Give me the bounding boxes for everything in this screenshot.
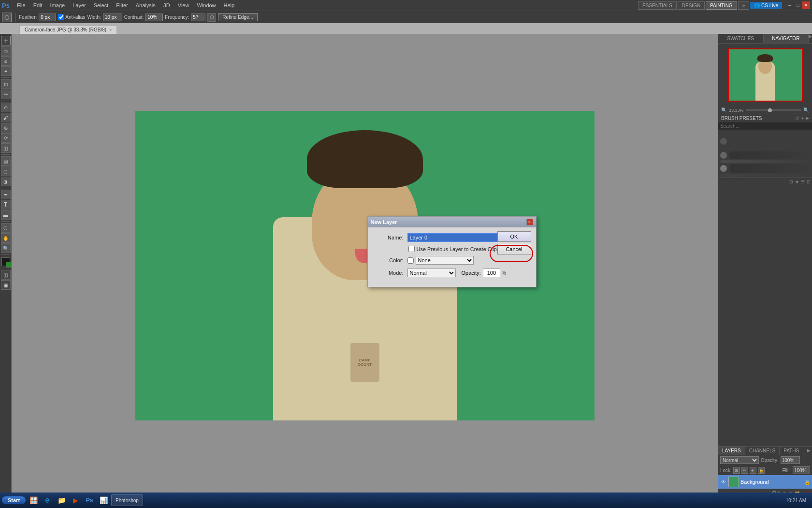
tool-move[interactable]: ✛ [1, 36, 11, 45]
taskbar-icon-ie[interactable]: e [43, 495, 52, 505]
frequency-input[interactable] [191, 14, 205, 21]
contrast-input[interactable] [145, 14, 163, 21]
tool-brush[interactable]: 🖌 [1, 113, 11, 122]
brush-icon-4[interactable]: ⊟ [807, 179, 811, 184]
refine-edge-button[interactable]: Refine Edge... [218, 13, 257, 21]
taskbar-icon-windows[interactable]: 🪟 [29, 495, 38, 505]
tool-marquee[interactable]: ▭ [1, 46, 11, 56]
taskbar-icon-folder[interactable]: 📁 [57, 495, 66, 505]
tool-history[interactable]: ⟳ [1, 133, 11, 143]
brush-item-2[interactable] [720, 138, 810, 145]
tool-quickmask[interactable]: ◫ [1, 270, 11, 280]
cs-live-button[interactable]: 🌐 CS Live [750, 2, 782, 9]
tool-text[interactable]: T [1, 200, 11, 209]
menu-image[interactable]: Image [47, 1, 69, 9]
menu-edit[interactable]: Edit [30, 1, 46, 9]
opacity-input[interactable] [483, 269, 500, 277]
panel-expand-icon[interactable]: ▶ [809, 34, 812, 43]
antialias-checkbox[interactable] [58, 14, 64, 20]
taskbar-icon-app[interactable]: 📊 [99, 495, 108, 505]
tool-zoom[interactable]: 🔍 [1, 243, 11, 253]
tool-pen[interactable]: ✒ [1, 190, 11, 199]
menu-file[interactable]: File [14, 1, 29, 9]
tool-magic-wand[interactable]: ✦ [1, 66, 11, 76]
minimize-button[interactable]: ─ [786, 1, 794, 9]
tool-blur[interactable]: ◌ [1, 166, 11, 176]
menu-select[interactable]: Select [90, 1, 112, 9]
ok-button[interactable]: OK [497, 231, 531, 242]
brush-search-input[interactable] [718, 122, 812, 130]
tool-3d[interactable]: ⬡ [1, 223, 11, 233]
tool-clone[interactable]: ⊕ [1, 123, 11, 133]
tab-close-button[interactable]: × [109, 28, 112, 32]
brush-icon-1[interactable]: ⊞ [789, 179, 793, 184]
brush-item-6[interactable] [720, 164, 810, 173]
brush-expand-icon[interactable]: ▶ [806, 116, 809, 121]
workspace-painting[interactable]: PAINTING [706, 1, 737, 10]
tool-spot-heal[interactable]: ⊙ [1, 103, 11, 112]
tool-hand[interactable]: ✋ [1, 233, 11, 243]
foreground-color[interactable] [1, 257, 10, 266]
blend-mode-select[interactable]: Normal [720, 456, 759, 464]
tool-crop[interactable]: ⊡ [1, 79, 11, 89]
current-tool-icon[interactable]: ⬡ [2, 13, 12, 22]
lock-all-icon[interactable]: 🔒 [758, 467, 765, 474]
color-checkbox[interactable] [407, 257, 414, 264]
tool-option-icon[interactable]: ⬡ [207, 13, 216, 22]
fill-input[interactable] [793, 466, 810, 474]
taskbar-icon-ps[interactable]: Ps [85, 495, 94, 505]
tool-dodge[interactable]: ◑ [1, 177, 11, 186]
zoom-slider[interactable] [746, 109, 801, 111]
layers-tab[interactable]: LAYERS [718, 447, 745, 455]
menu-help[interactable]: Help [220, 1, 238, 9]
tool-shape[interactable]: ▬ [1, 210, 11, 220]
menu-layer[interactable]: Layer [69, 1, 89, 9]
workspace-more[interactable]: » [738, 1, 750, 10]
taskbar-photoshop-item[interactable]: Photoshop [111, 494, 143, 506]
taskbar-icon-media[interactable]: ▶ [71, 495, 80, 505]
menu-window[interactable]: Window [193, 1, 219, 9]
close-button[interactable]: ✕ [802, 1, 810, 9]
brush-item-1[interactable] [720, 131, 810, 137]
menu-view[interactable]: View [174, 1, 193, 9]
layer-visibility-icon[interactable]: 👁 [720, 478, 727, 485]
menu-analysis[interactable]: Analysis [132, 1, 159, 9]
cancel-button[interactable]: Cancel [497, 244, 531, 254]
tool-eyedropper[interactable]: ✏ [1, 90, 11, 99]
channels-tab[interactable]: CHANNELS [745, 447, 780, 455]
brush-icon-3[interactable]: ☰ [801, 179, 805, 184]
background-layer-item[interactable]: 👁 Background 🔒 [718, 475, 812, 489]
menu-3d[interactable]: 3D [160, 1, 174, 9]
lock-paint-icon[interactable]: ✏ [741, 467, 748, 474]
tool-eraser[interactable]: ◫ [1, 143, 11, 153]
canvas-area[interactable]: CAMPOCONT New Layer × OK Cancel [12, 34, 718, 497]
layers-expand-icon[interactable]: ▶ [806, 447, 812, 455]
lock-transparent-icon[interactable]: ⊡ [733, 467, 740, 474]
start-button[interactable]: Start [2, 496, 26, 504]
maximize-button[interactable]: □ [794, 1, 802, 9]
tool-lasso[interactable]: ⌀ [1, 56, 11, 66]
brush-item-7[interactable] [720, 174, 810, 177]
paths-tab[interactable]: PATHS [780, 447, 803, 455]
brush-item-4[interactable] [720, 151, 810, 159]
brush-add-icon[interactable]: + [801, 116, 804, 121]
lock-move-icon[interactable]: ✛ [750, 467, 756, 474]
color-select[interactable]: None [416, 256, 474, 265]
opacity-input[interactable] [781, 456, 800, 464]
mode-select[interactable]: Normal [407, 269, 456, 277]
workspace-essentials[interactable]: ESSENTIALS [638, 1, 677, 10]
tool-gradient[interactable]: ▤ [1, 156, 11, 166]
width-input[interactable] [103, 14, 122, 21]
feather-input[interactable] [39, 14, 56, 21]
menu-filter[interactable]: Filter [113, 1, 131, 9]
brush-icon-2[interactable]: ★ [795, 179, 799, 184]
clipping-mask-checkbox[interactable] [408, 246, 415, 252]
navigator-tab[interactable]: NAVIGATOR [764, 34, 809, 43]
workspace-design[interactable]: DESIGN [678, 1, 705, 10]
brush-refresh-icon[interactable]: ↺ [795, 116, 799, 121]
tool-screenmode[interactable]: ▣ [1, 280, 11, 290]
brush-item-5[interactable] [720, 160, 810, 163]
swatches-tab[interactable]: SWATCHES [718, 34, 764, 43]
document-tab[interactable]: Cameron-face.JPG @ 33.3% (RGB/8) × [19, 25, 117, 34]
brush-item-3[interactable] [720, 146, 810, 150]
